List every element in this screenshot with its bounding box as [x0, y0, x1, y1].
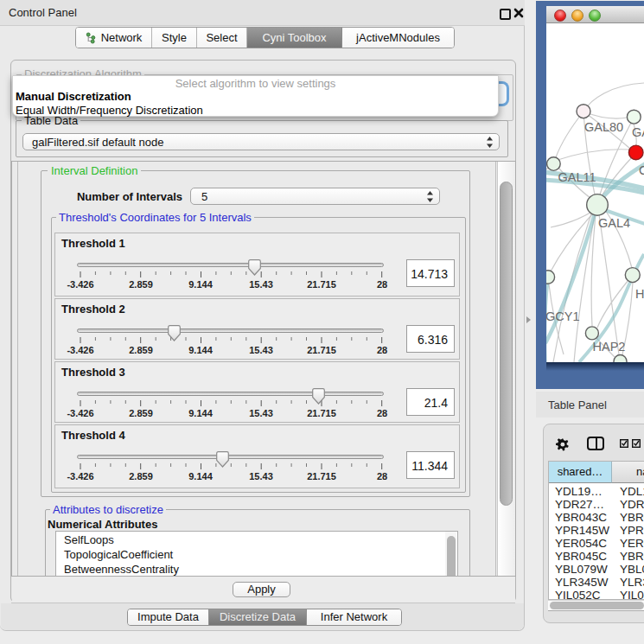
svg-text:GAL80: GAL80 [584, 120, 623, 134]
svg-text:C: C [639, 163, 644, 177]
svg-text:HAP2: HAP2 [593, 340, 626, 354]
svg-text:GCY1: GCY1 [546, 309, 580, 323]
svg-text:GAL11: GAL11 [558, 170, 596, 184]
svg-text:GA: GA [632, 125, 644, 139]
svg-text:HI: HI [635, 287, 644, 301]
svg-text:GAL4: GAL4 [598, 216, 630, 230]
